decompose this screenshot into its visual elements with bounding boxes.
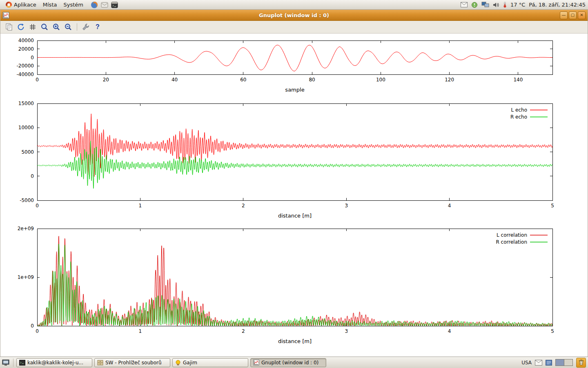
svg-text:0: 0 [36, 77, 39, 83]
svg-text:0: 0 [31, 323, 34, 329]
task-label: kaklik@kaklik-kolej-u... [27, 360, 83, 366]
svg-text:0: 0 [36, 203, 39, 209]
svg-text:3: 3 [345, 203, 348, 209]
svg-text:10000: 10000 [18, 125, 34, 130]
svg-text:5000: 5000 [21, 149, 34, 155]
svg-text:20: 20 [103, 77, 109, 83]
svg-text:2e+09: 2e+09 [18, 226, 34, 231]
menu-system[interactable]: Systém [60, 1, 86, 9]
weather-thermometer-icon[interactable] [503, 2, 507, 8]
menu-system-label: Systém [63, 2, 83, 8]
svg-text:4: 4 [448, 203, 451, 209]
zoom-in-button[interactable] [51, 22, 62, 32]
terminal-icon [19, 360, 25, 366]
firefox-launcher-icon[interactable] [91, 1, 98, 9]
gnuplot-window: Gnuplot (window id : 0) — ▢ ✕ [0, 10, 588, 357]
menu-places[interactable]: Místa [40, 1, 60, 9]
window-list-icon[interactable] [546, 360, 552, 366]
zoom-out-button[interactable] [63, 22, 74, 32]
panel-menus: Aplikace Místa Systém [2, 1, 118, 9]
svg-text:100: 100 [376, 77, 385, 83]
task-button-terminal[interactable]: kaklik@kaklik-kolej-u... [16, 358, 92, 367]
svg-text:L echo: L echo [511, 107, 527, 113]
copy-button[interactable] [4, 22, 14, 32]
settings-button[interactable] [80, 22, 91, 32]
svg-text:0: 0 [31, 55, 34, 61]
temperature-indicator[interactable]: 17 °C [510, 2, 525, 8]
zoom-previous-icon [40, 23, 49, 31]
svg-text:-40000: -40000 [16, 72, 34, 77]
svg-text:distance [m]: distance [m] [278, 338, 312, 344]
svg-text:40: 40 [172, 77, 178, 83]
trash-icon [579, 359, 584, 366]
svg-text:0: 0 [36, 328, 39, 334]
svg-text:20000: 20000 [18, 46, 34, 52]
svg-text:R correlation: R correlation [496, 239, 527, 245]
clock-applet[interactable]: Pá, 18. září, 21:42:45 [529, 2, 586, 8]
svg-text:5: 5 [551, 328, 554, 334]
volume-icon[interactable] [493, 2, 499, 8]
terminal-launcher-icon[interactable] [111, 2, 118, 8]
svg-text:15000: 15000 [18, 101, 34, 106]
file-manager-icon [97, 360, 103, 366]
svg-text:sample: sample [285, 87, 304, 93]
close-button[interactable]: ✕ [578, 11, 586, 19]
toolbar-separator [77, 23, 77, 31]
svg-text:140: 140 [513, 77, 523, 83]
menu-places-label: Místa [43, 2, 57, 8]
workspace-switcher[interactable] [555, 359, 573, 366]
svg-text:3: 3 [345, 328, 348, 334]
help-button[interactable]: ? [92, 22, 103, 32]
gnuplot-charts[interactable]: 020406080100120140-40000-200000200004000… [0, 34, 588, 357]
zoom-in-icon [52, 23, 60, 31]
replot-button[interactable] [16, 22, 26, 32]
minimize-icon: — [562, 13, 566, 17]
task-label: SW - Prohlížeč souborů [105, 360, 162, 366]
software-update-icon[interactable] [471, 2, 478, 8]
menu-applications-label: Aplikace [14, 2, 36, 8]
trash-button[interactable] [576, 358, 586, 368]
taskbar-separator [13, 359, 13, 367]
task-button-file-manager[interactable]: SW - Prohlížeč souborů [94, 358, 170, 367]
maximize-button[interactable]: ▢ [569, 11, 577, 19]
svg-text:1: 1 [139, 203, 142, 209]
window-title: Gnuplot (window id : 0) [0, 12, 588, 18]
mail-icon[interactable] [535, 360, 542, 366]
toolbar: ? [0, 21, 588, 34]
top-panel: Aplikace Místa Systém [0, 0, 588, 10]
svg-text:0: 0 [31, 173, 34, 179]
svg-text:distance [m]: distance [m] [278, 213, 312, 219]
task-button-gnuplot[interactable]: Gnuplot (window id : 0) [250, 358, 326, 367]
show-desktop-icon[interactable] [2, 359, 9, 366]
help-icon: ? [96, 23, 100, 31]
menu-applications[interactable]: Aplikace [2, 1, 40, 9]
workspace-1[interactable] [556, 359, 564, 366]
plot-area[interactable]: 020406080100120140-40000-200000200004000… [0, 34, 588, 357]
svg-text:4: 4 [448, 328, 451, 334]
minimize-button[interactable]: — [560, 11, 568, 19]
svg-text:1: 1 [139, 328, 142, 334]
settings-wrench-icon [82, 23, 90, 31]
task-button-gajim[interactable]: Gajim [172, 358, 248, 367]
svg-text:1e+09: 1e+09 [18, 274, 34, 280]
svg-text:80: 80 [309, 77, 315, 83]
mail-notification-icon[interactable] [461, 2, 468, 7]
gnuplot-icon [253, 359, 259, 366]
svg-text:-5000: -5000 [20, 197, 34, 203]
workspace-2[interactable] [564, 359, 572, 366]
mail-launcher-icon[interactable] [101, 2, 108, 8]
copy-icon [5, 23, 13, 31]
gnuplot-window-icon [2, 12, 9, 19]
replot-icon [17, 23, 25, 31]
keyboard-layout-indicator[interactable]: USA [521, 360, 532, 366]
titlebar[interactable]: Gnuplot (window id : 0) — ▢ ✕ [0, 10, 588, 21]
zoom-previous-button[interactable] [39, 22, 50, 32]
maximize-icon: ▢ [571, 13, 575, 17]
svg-text:R echo: R echo [510, 114, 527, 120]
grid-button[interactable] [27, 22, 38, 32]
network-monitors-icon[interactable] [481, 2, 489, 8]
panel-tray: 17 °C Pá, 18. září, 21:42:45 [461, 2, 586, 8]
zoom-out-icon [64, 23, 72, 31]
svg-text:5: 5 [551, 203, 554, 209]
task-label: Gajim [183, 360, 197, 366]
